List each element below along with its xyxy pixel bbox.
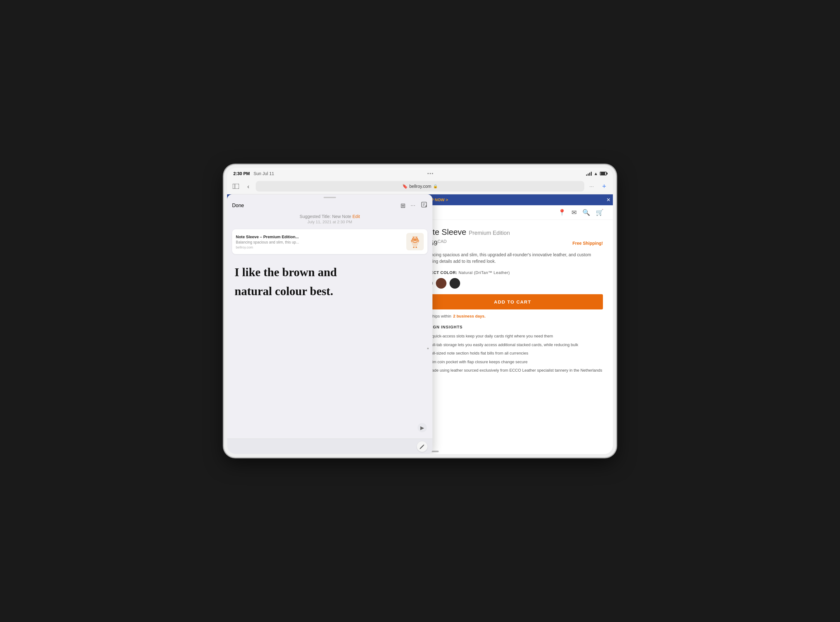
notes-drag-handle[interactable] <box>324 197 336 198</box>
design-insights-heading: DESIGN INSIGHTS <box>422 325 603 329</box>
wifi-icon: ▲ <box>594 171 598 176</box>
pencil-button[interactable] <box>417 441 428 452</box>
insights-list: 3 quick-access slots keep your daily car… <box>422 333 603 374</box>
sidebar-toggle-button[interactable] <box>231 181 241 191</box>
note-link-title: Note Sleeve – Premium Edition... <box>236 235 403 239</box>
product-title-line: Note Sleeve Premium Edition <box>422 227 603 237</box>
browser-content: ch and iPhone! SHOP NOW > ✕ bellroy 📍 ✉ … <box>227 194 613 454</box>
edit-title-button[interactable]: Edit <box>353 214 360 219</box>
ships-days: 2 business days. <box>453 314 486 319</box>
product-panel: Note Sleeve Premium Edition $159CAD Free… <box>412 220 613 454</box>
status-date: Sun Jul 11 <box>254 171 274 176</box>
notes-app-overlay: Done ⊞ ··· <box>227 194 432 454</box>
color-label: SELECT COLOR: Natural (DriTan™ Leather) <box>422 270 603 275</box>
cart-icon[interactable]: 🛒 <box>596 209 603 216</box>
svg-point-15 <box>412 239 418 247</box>
notes-grid-icon[interactable]: ⊞ <box>400 202 406 209</box>
mail-icon[interactable]: ✉ <box>571 209 577 216</box>
ships-info: Ships within 2 business days. <box>422 314 603 319</box>
svg-point-20 <box>415 239 416 240</box>
add-to-cart-button[interactable]: ADD TO CART <box>422 294 603 309</box>
more-options-button[interactable]: ··· <box>587 181 597 191</box>
suggested-title: Suggested Title: New Note Edit <box>232 214 428 219</box>
free-shipping-badge: Free Shipping! <box>573 241 603 246</box>
note-date: July 11, 2021 at 2:30 PM <box>232 220 428 224</box>
note-link-text: Note Sleeve – Premium Edition... Balanci… <box>236 235 403 249</box>
status-dots <box>428 173 433 174</box>
signal-icon <box>586 172 592 176</box>
selected-color-name: Natural (DriTan™ Leather) <box>458 270 510 275</box>
insight-2: Pull-tab storage lets you easily access … <box>428 342 603 348</box>
promo-close-button[interactable]: ✕ <box>606 197 610 203</box>
ipad-device: 2:30 PM Sun Jul 11 ▲ <box>224 165 616 457</box>
note-link-domain: bellroy.com <box>236 245 403 249</box>
color-swatch-brown[interactable] <box>436 278 446 289</box>
favicon-icon: 🔖 <box>402 184 408 189</box>
product-price-line: $159CAD Free Shipping! <box>422 239 603 247</box>
product-description: Balancing spacious and slim, this upgrad… <box>422 252 603 265</box>
bellroy-owl-icon <box>408 235 422 248</box>
insight-1: 3 quick-access slots keep your daily car… <box>428 333 603 339</box>
notes-header: Suggested Title: New Note Edit July 11, … <box>227 213 432 227</box>
svg-rect-0 <box>233 184 239 189</box>
url-bar[interactable]: 🔖 bellroy.com 🔒 <box>256 181 584 192</box>
color-swatches <box>422 278 603 289</box>
note-link-desc: Balancing spacious and slim, this up... <box>236 240 403 244</box>
product-edition: Premium Edition <box>469 230 510 236</box>
site-nav-icons: 📍 ✉ 🔍 🛒 <box>558 209 603 216</box>
dot-2 <box>430 173 431 174</box>
notes-toolbar: Done ⊞ ··· <box>227 199 432 213</box>
status-bar: 2:30 PM Sun Jul 11 ▲ <box>227 168 613 179</box>
notes-more-icon[interactable]: ··· <box>411 203 415 208</box>
notes-toolbar-right: ⊞ ··· <box>400 201 428 210</box>
pencil-icon <box>419 444 425 450</box>
notes-bottom-bar <box>227 439 432 454</box>
note-link-card[interactable]: Note Sleeve – Premium Edition... Balanci… <box>232 229 428 254</box>
browser-chrome: ‹ 🔖 bellroy.com 🔒 ··· + <box>227 179 613 194</box>
url-text: bellroy.com <box>409 184 432 189</box>
notes-done-button[interactable]: Done <box>232 203 244 208</box>
note-link-icon <box>406 233 424 250</box>
sidebar-icon <box>233 184 239 189</box>
svg-point-19 <box>414 239 414 240</box>
new-tab-button[interactable]: + <box>599 181 609 191</box>
ipad-screen: 2:30 PM Sun Jul 11 ▲ <box>227 168 613 454</box>
handwritten-note: I like the brown andnatural colour best. <box>235 263 425 301</box>
notes-compose-icon[interactable] <box>421 201 428 210</box>
browser-toolbar: ‹ 🔖 bellroy.com 🔒 ··· + <box>231 181 609 192</box>
status-right: ▲ <box>586 171 607 176</box>
battery-icon <box>600 172 607 175</box>
status-time: 2:30 PM <box>233 171 250 176</box>
dot-1 <box>428 173 429 174</box>
battery-fill <box>601 172 605 175</box>
scroll-indicator <box>427 348 429 349</box>
back-button[interactable]: ‹ <box>243 181 253 191</box>
location-icon[interactable]: 📍 <box>558 209 566 216</box>
insight-3: Full-sized note section holds flat bills… <box>428 350 603 357</box>
insight-4: Slim coin pocket with flap closure keeps… <box>428 359 603 365</box>
color-swatch-black[interactable] <box>449 278 460 289</box>
note-writing-area[interactable]: I like the brown andnatural colour best. <box>227 256 432 439</box>
insight-5: Made using leather sourced exclusively f… <box>428 367 603 374</box>
status-center <box>428 173 433 174</box>
dot-3 <box>432 173 433 174</box>
lock-icon: 🔒 <box>433 184 438 189</box>
scroll-arrow-button[interactable]: ▶ <box>417 423 427 432</box>
search-icon[interactable]: 🔍 <box>582 209 590 216</box>
